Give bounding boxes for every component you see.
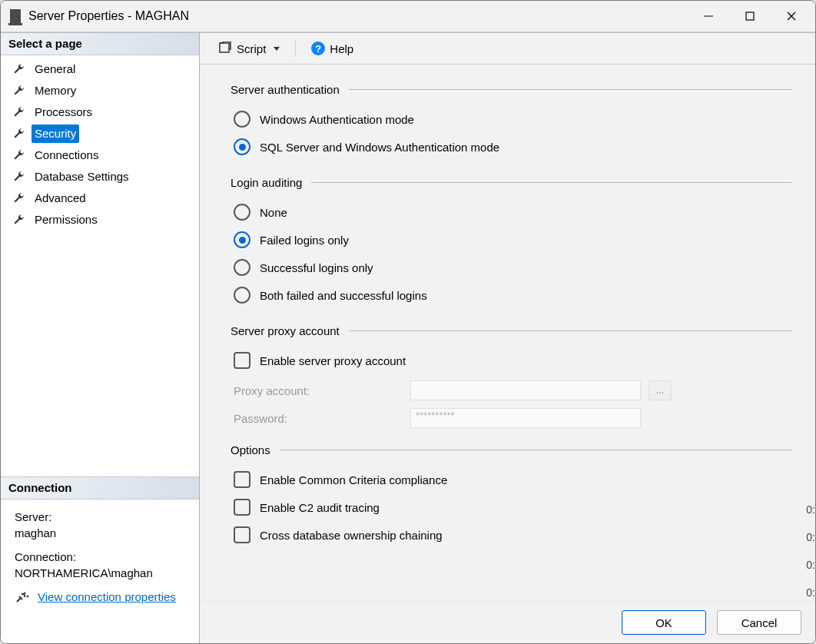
- proxy-password-input[interactable]: **********: [410, 408, 641, 428]
- script-button[interactable]: Script: [214, 39, 284, 58]
- proxy-account-label: Proxy account:: [234, 384, 403, 397]
- checkbox-label: Enable Common Criteria compliance: [260, 473, 447, 486]
- titlebar: Server Properties - MAGHAN: [1, 1, 815, 32]
- radio-icon: [234, 204, 250, 221]
- sidebar: Select a page General Memory Processors: [1, 33, 200, 643]
- auth-mode-mixed[interactable]: SQL Server and Windows Authentication mo…: [231, 133, 792, 161]
- sidebar-item-processors[interactable]: Processors: [1, 101, 199, 123]
- sidebar-item-advanced[interactable]: Advanced: [1, 188, 199, 209]
- toolbar: Script ? Help: [200, 33, 815, 65]
- sidebar-item-memory[interactable]: Memory: [1, 80, 199, 101]
- server-authentication-title: Server authentication: [231, 83, 349, 96]
- proxy-password-label: Password:: [234, 412, 403, 425]
- login-auditing-title: Login auditing: [231, 176, 311, 189]
- group-divider: [311, 182, 792, 183]
- svg-rect-1: [746, 12, 754, 20]
- radio-icon: [234, 138, 250, 155]
- audit-successful[interactable]: Successful logins only: [231, 254, 792, 281]
- connection-properties-icon: [15, 591, 32, 603]
- server-label: Server:: [15, 509, 188, 525]
- option-common-criteria[interactable]: Enable Common Criteria compliance: [231, 466, 792, 493]
- radio-label: Both failed and successful logins: [260, 289, 427, 302]
- option-c2-audit[interactable]: Enable C2 audit tracing: [231, 493, 792, 521]
- main-panel: Server authentication Windows Authentica…: [200, 65, 815, 601]
- page-list: General Memory Processors Security Conne…: [1, 55, 199, 231]
- window-title: Server Properties - MAGHAN: [28, 9, 189, 23]
- checkbox-icon: [234, 499, 250, 516]
- enable-proxy-account[interactable]: Enable server proxy account: [231, 347, 792, 374]
- sidebar-item-general[interactable]: General: [1, 58, 199, 80]
- auth-mode-windows[interactable]: Windows Authentication mode: [231, 105, 792, 133]
- sidebar-item-connections[interactable]: Connections: [1, 144, 199, 166]
- checkbox-icon: [234, 471, 250, 488]
- wrench-icon: [13, 171, 25, 183]
- wrench-icon: [13, 85, 25, 97]
- server-proxy-group: Server proxy account Enable server proxy…: [231, 324, 792, 428]
- view-connection-properties-link[interactable]: View connection properties: [38, 589, 176, 605]
- group-divider: [349, 89, 792, 90]
- audit-both[interactable]: Both failed and successful logins: [231, 281, 792, 309]
- select-page-header: Select a page: [1, 33, 199, 55]
- radio-label: Failed logins only: [260, 234, 349, 247]
- window-frame: Server Properties - MAGHAN Select a page…: [0, 0, 816, 644]
- radio-icon: [234, 259, 250, 276]
- help-icon: ?: [311, 41, 325, 55]
- svg-rect-4: [220, 43, 229, 52]
- group-divider: [280, 450, 792, 450]
- sidebar-item-label: Memory: [32, 81, 79, 100]
- sidebar-item-label: Database Settings: [32, 168, 132, 186]
- sidebar-item-permissions[interactable]: Permissions: [1, 209, 199, 231]
- checkbox-icon: [234, 526, 250, 543]
- sidebar-item-label: Processors: [32, 103, 95, 121]
- server-proxy-title: Server proxy account: [231, 324, 349, 337]
- wrench-icon: [13, 63, 25, 75]
- maximize-button[interactable]: [732, 3, 768, 29]
- app-icon: [10, 9, 21, 23]
- wrench-icon: [13, 192, 25, 204]
- checkbox-label: Enable server proxy account: [260, 354, 406, 367]
- close-button[interactable]: [774, 3, 809, 29]
- options-title: Options: [231, 443, 280, 456]
- wrench-icon: [13, 149, 25, 161]
- proxy-browse-button[interactable]: ...: [648, 380, 672, 400]
- options-group: Options Enable Common Criteria complianc…: [231, 443, 792, 549]
- sidebar-item-label: Connections: [32, 146, 101, 164]
- option-cross-db-chaining[interactable]: Cross database ownership chaining: [231, 521, 792, 549]
- ok-label: OK: [655, 616, 672, 629]
- audit-failed[interactable]: Failed logins only: [231, 226, 792, 254]
- audit-none[interactable]: None: [231, 198, 792, 226]
- checkbox-label: Enable C2 audit tracing: [260, 501, 380, 514]
- radio-icon: [234, 287, 250, 304]
- group-divider: [349, 330, 792, 331]
- toolbar-separator: [295, 40, 296, 57]
- minimize-icon: [703, 11, 714, 22]
- radio-label: None: [260, 206, 287, 219]
- sidebar-item-security[interactable]: Security: [1, 123, 199, 144]
- sidebar-item-label: Permissions: [32, 211, 101, 229]
- radio-label: Successful logins only: [260, 261, 373, 274]
- sidebar-item-label: Security: [32, 124, 79, 143]
- script-label: Script: [237, 42, 266, 55]
- chevron-down-icon: [274, 47, 280, 51]
- server-value: maghan: [15, 525, 188, 541]
- sidebar-item-database-settings[interactable]: Database Settings: [1, 166, 199, 188]
- help-button[interactable]: ? Help: [307, 39, 358, 58]
- wrench-icon: [13, 214, 25, 226]
- login-auditing-group: Login auditing None Failed logins only S…: [231, 176, 792, 309]
- checkbox-icon: [234, 352, 250, 369]
- minimize-button[interactable]: [691, 3, 726, 29]
- wrench-icon: [13, 106, 25, 118]
- radio-icon: [234, 111, 250, 128]
- script-icon: [218, 41, 232, 56]
- sidebar-item-label: Advanced: [32, 189, 89, 207]
- client-area: Select a page General Memory Processors: [1, 32, 815, 643]
- cancel-label: Cancel: [741, 616, 778, 629]
- ok-button[interactable]: OK: [622, 610, 706, 635]
- password-mask: **********: [411, 410, 455, 421]
- wrench-icon: [13, 128, 25, 140]
- cancel-button[interactable]: Cancel: [717, 610, 801, 635]
- proxy-account-input[interactable]: [410, 380, 641, 400]
- maximize-icon: [745, 11, 755, 22]
- radio-label: Windows Authentication mode: [260, 113, 414, 126]
- connection-label: Connection:: [15, 549, 188, 565]
